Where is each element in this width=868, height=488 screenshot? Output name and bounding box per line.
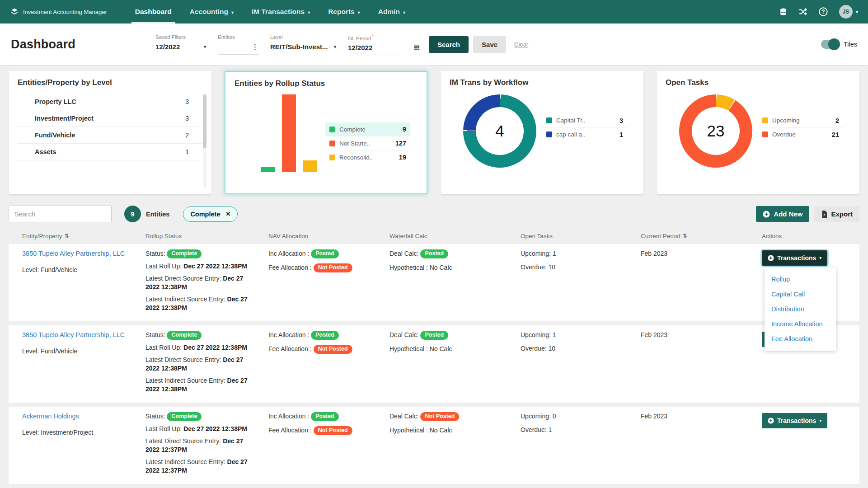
posted-badge: Posted (420, 331, 448, 340)
tiles-toggle[interactable] (821, 40, 839, 49)
open-tasks-donut-chart[interactable]: 23 (679, 94, 752, 168)
legend-item-overdue[interactable]: Overdue 21 (758, 128, 843, 141)
tile-title: Entities/Property by Level (18, 78, 202, 87)
legend-item-complete[interactable]: Complete 9 (325, 122, 410, 136)
posted-badge: Posted (311, 331, 339, 340)
posted-badge: Posted (420, 249, 448, 258)
app-logo-icon (10, 7, 19, 16)
nav-allocation-cell: Inc Allocation : Posted Fee Allocation :… (268, 331, 389, 397)
tile-scrollbar[interactable] (203, 94, 206, 187)
column-header-open-tasks: Open Tasks (521, 233, 641, 239)
nav-allocation-cell: Inc Allocation : Posted Fee Allocation :… (268, 249, 389, 316)
app-brand: Investment Accounting Manager (10, 0, 107, 23)
tiles-toggle-label: Tiles (844, 41, 857, 48)
legend-item-reconsolidated[interactable]: Reconsolid.. 19 (325, 150, 410, 164)
caret-down-icon: ▾ (204, 44, 206, 49)
column-header-entity-property[interactable]: Entity/Property⇅ (22, 233, 145, 239)
toggle-knob[interactable] (828, 38, 840, 50)
bar-reconsolidated[interactable] (303, 160, 317, 172)
saved-filters-label: Saved Filters (155, 34, 206, 40)
bar-not-started[interactable] (282, 94, 296, 172)
tile-open-tasks[interactable]: Open Tasks 23 Upcoming 2 Overdue 21 (657, 71, 859, 194)
entity-link[interactable]: Ackerman Holdings (22, 412, 134, 421)
actions-cell: Transactions ▾ Rollup Capital Call Distr… (762, 249, 859, 316)
legend-item-cap-call[interactable]: cap call a.. 1 (542, 128, 627, 141)
column-header-current-period[interactable]: Current Period⇅ (641, 233, 762, 239)
legend-item-capital-tr[interactable]: Capital Tr.. 3 (542, 114, 627, 128)
caret-down-icon: ▾ (819, 418, 821, 423)
tile-title: IM Trans by Workflow (450, 78, 634, 87)
table-body: 3850 Tupelo Alley Partnership, LLC Level… (0, 244, 868, 488)
legend-item-upcoming[interactable]: Upcoming 2 (758, 114, 843, 128)
plus-circle-icon (768, 418, 774, 424)
bar-complete[interactable] (261, 167, 275, 172)
nav-item-admin[interactable]: Admin▾ (369, 0, 414, 23)
export-button[interactable]: x Export (814, 206, 859, 222)
sort-icon[interactable]: ⇅ (683, 233, 687, 239)
entity-link[interactable]: 3850 Tupelo Alley Partnership, LLC (22, 331, 134, 339)
sort-icon[interactable]: ⇅ (65, 233, 69, 239)
donut-center: 4 (476, 107, 524, 155)
transactions-button[interactable]: Transactions ▾ (762, 250, 827, 266)
gl-period-input[interactable]: GL Period* 12/2022 (348, 33, 401, 56)
level-select[interactable]: Level REIT/Sub-Invest...▾ (270, 34, 336, 54)
entities-select[interactable]: Entities ⋮ (218, 34, 258, 55)
caret-down-icon: ▾ (231, 10, 234, 15)
column-header-rollup-status: Rollup Status (145, 233, 268, 239)
tile-title: Entities by Rollup Status (235, 79, 418, 88)
saved-filters-select[interactable]: Saved Filters 12/2022▾ (155, 34, 206, 54)
nav-item-dashboard[interactable]: Dashboard (126, 0, 181, 23)
caret-down-icon: ▾ (334, 44, 336, 49)
table-toolbar: 9 Entities Complete ✕ Add New x Export (0, 202, 868, 228)
help-icon[interactable]: ? (818, 7, 828, 17)
shuffle-icon[interactable] (798, 7, 807, 16)
menu-item-income-allocation[interactable]: Income Allocation (765, 317, 836, 332)
legend-swatch (762, 117, 768, 123)
status-badge: Complete (167, 412, 202, 421)
user-avatar: JS (839, 5, 853, 19)
nav-allocation-cell: Inc Allocation : Posted Fee Allocation :… (268, 412, 389, 479)
nav-item-accounting[interactable]: Accounting▾ (181, 0, 243, 23)
entity-count-badge: 9 (124, 206, 141, 222)
clear-link[interactable]: Clear (514, 41, 528, 48)
table-row: 3850 Tupelo Alley Partnership, LLC Level… (9, 244, 859, 321)
calendar-icon[interactable] (413, 44, 421, 52)
vertical-ellipsis-icon: ⋮ (252, 43, 258, 51)
waterfall-calc-cell: Deal Calc: Posted Hypothetical : No Calc (389, 331, 521, 397)
save-button[interactable]: Save (473, 36, 506, 53)
add-new-button[interactable]: Add New (756, 206, 809, 222)
level-list-item[interactable]: Property LLC 3 (18, 94, 202, 110)
chip-close-icon[interactable]: ✕ (225, 211, 230, 217)
legend-item-not-started[interactable]: Not Starte.. 127 (325, 136, 410, 150)
database-icon[interactable] (779, 8, 788, 16)
scrollbar-thumb[interactable] (203, 94, 206, 148)
legend-swatch (329, 141, 335, 146)
level-list-item[interactable]: Fund/Vehicle 2 (18, 127, 202, 144)
table-row: Ackerman Holdings Level: Investment/Proj… (9, 407, 859, 484)
tile-im-trans-by-workflow[interactable]: IM Trans by Workflow 4 Capital Tr.. 3 ca… (441, 71, 643, 194)
search-input[interactable] (9, 206, 112, 222)
rollup-status-bar-chart (261, 89, 317, 179)
nav-item-reports[interactable]: Reports▾ (319, 0, 369, 23)
column-header-actions: Actions (762, 233, 859, 239)
search-button[interactable]: Search (429, 36, 469, 53)
menu-item-distribution[interactable]: Distribution (765, 302, 836, 317)
menu-item-capital-call[interactable]: Capital Call (765, 287, 836, 302)
menu-item-fee-allocation[interactable]: Fee Allocation (765, 332, 836, 347)
menu-item-rollup[interactable]: Rollup (765, 272, 836, 287)
filter-chip-complete[interactable]: Complete ✕ (183, 206, 238, 222)
tile-entities-by-level[interactable]: Entities/Property by Level Property LLC … (9, 71, 211, 194)
workflow-donut-chart[interactable]: 4 (463, 94, 536, 168)
transactions-button[interactable]: Transactions ▾ (762, 413, 827, 428)
level-list-item[interactable]: Investment/Project 3 (18, 110, 202, 127)
actions-cell: Transactions ▾ (762, 412, 859, 479)
nav-item-im-transactions[interactable]: IM Transactions▾ (243, 0, 319, 23)
transactions-menu: Rollup Capital Call Distribution Income … (765, 268, 836, 351)
tile-entities-by-rollup-status[interactable]: Entities by Rollup Status Complete 9 Not… (225, 71, 427, 194)
posted-badge: Posted (311, 412, 339, 421)
entity-link[interactable]: 3850 Tupelo Alley Partnership, LLC (22, 249, 134, 258)
level-list-item[interactable]: Assets 1 (18, 144, 202, 160)
top-nav: Investment Accounting Manager Dashboard … (0, 0, 868, 23)
user-menu[interactable]: JS ▾ (839, 5, 858, 19)
gl-period-label: GL Period* (348, 33, 401, 41)
